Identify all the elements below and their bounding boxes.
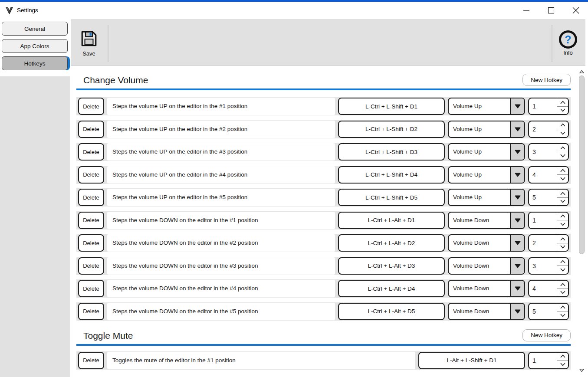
spinner-down-button[interactable] <box>557 152 568 160</box>
delete-button[interactable]: Delete <box>78 166 104 184</box>
sidebar-item-hotkeys[interactable]: Hotkeys <box>2 56 68 70</box>
description-field[interactable]: Steps the volume UP on the editor in the… <box>107 143 335 161</box>
sidebar-item-app-colors[interactable]: App Colors <box>2 39 68 53</box>
hotkey-button[interactable]: L-Ctrl + L-Shift + D3 <box>338 143 445 161</box>
scroll-up-button[interactable] <box>579 69 585 75</box>
hotkey-button[interactable]: L-Ctrl + L-Shift + D5 <box>338 189 445 206</box>
spinner-up-button[interactable] <box>557 281 568 288</box>
spinner-down-button[interactable] <box>557 129 568 137</box>
action-dropdown-value: Volume Up <box>449 167 510 183</box>
hotkey-button[interactable]: L-Ctrl + L-Alt + D4 <box>338 280 445 297</box>
dropdown-arrow-icon[interactable] <box>510 235 524 251</box>
spinner-down-button[interactable] <box>557 106 568 115</box>
spinner-down-button[interactable] <box>557 197 568 206</box>
hotkey-button[interactable]: L-Ctrl + L-Alt + D3 <box>338 257 445 275</box>
hotkey-button[interactable]: L-Ctrl + L-Shift + D1 <box>338 98 445 115</box>
spinner-up-button[interactable] <box>557 213 568 220</box>
action-dropdown[interactable]: Volume Up <box>448 98 525 115</box>
info-button[interactable]: ? Info <box>552 19 584 66</box>
dropdown-arrow-icon[interactable] <box>510 258 524 274</box>
delete-button[interactable]: Delete <box>78 143 104 161</box>
dropdown-arrow-icon[interactable] <box>510 190 524 205</box>
spinner-up-button[interactable] <box>557 235 568 243</box>
action-dropdown[interactable]: Volume Down <box>448 212 525 229</box>
new-hotkey-button[interactable]: New Hotkey <box>522 74 571 86</box>
description-field[interactable]: Steps the volume UP on the editor in the… <box>107 121 335 138</box>
action-dropdown[interactable]: Volume Up <box>448 189 525 206</box>
description-field[interactable]: Steps the volume DOWN on the editor in t… <box>107 303 335 320</box>
hotkey-button[interactable]: L-Ctrl + L-Alt + D2 <box>338 234 445 252</box>
dropdown-arrow-icon[interactable] <box>510 144 524 160</box>
chevron-up-icon <box>559 168 566 173</box>
dropdown-arrow-icon[interactable] <box>510 213 524 228</box>
description-field[interactable]: Steps the volume DOWN on the editor in t… <box>107 234 335 252</box>
spinner-up-button[interactable] <box>557 144 568 152</box>
position-value: 1 <box>529 98 557 114</box>
action-dropdown[interactable]: Volume Down <box>448 257 525 275</box>
description-field[interactable]: Steps the volume UP on the editor in the… <box>107 166 335 184</box>
position-value: 3 <box>529 258 557 274</box>
spinner-down-button[interactable] <box>557 288 568 297</box>
action-dropdown[interactable]: Volume Down <box>448 234 525 252</box>
spinner-down-button[interactable] <box>557 220 568 228</box>
action-dropdown[interactable]: Volume Up <box>448 166 525 184</box>
hotkey-row: Delete Toggles the mute of the editor in… <box>76 351 571 370</box>
scrollbar-thumb[interactable] <box>579 75 585 254</box>
action-dropdown[interactable]: Volume Up <box>448 121 525 138</box>
spinner-down-button[interactable] <box>557 311 568 319</box>
action-dropdown[interactable]: Volume Down <box>448 303 525 320</box>
action-dropdown[interactable]: Volume Down <box>448 280 525 297</box>
action-dropdown[interactable]: Volume Up <box>448 143 525 161</box>
save-button[interactable]: Save <box>76 19 102 66</box>
hotkey-button[interactable]: L-Alt + L-Shift + D1 <box>418 352 525 369</box>
section-divider <box>76 344 571 346</box>
delete-button[interactable]: Delete <box>78 212 104 229</box>
delete-button[interactable]: Delete <box>78 303 104 320</box>
delete-button[interactable]: Delete <box>78 189 104 206</box>
spinner-down-button[interactable] <box>557 266 568 274</box>
dropdown-arrow-icon[interactable] <box>510 98 524 114</box>
dropdown-arrow-icon[interactable] <box>510 167 524 183</box>
spinner-down-button[interactable] <box>557 243 568 251</box>
delete-button[interactable]: Delete <box>78 280 104 297</box>
hotkey-button[interactable]: L-Ctrl + L-Shift + D2 <box>338 121 445 138</box>
scroll-down-button[interactable] <box>579 367 585 374</box>
delete-button[interactable]: Delete <box>78 98 104 115</box>
maximize-button[interactable] <box>539 2 563 19</box>
hotkey-button[interactable]: L-Ctrl + L-Alt + D1 <box>338 212 445 229</box>
hotkey-rows: Delete Toggles the mute of the editor in… <box>76 351 571 370</box>
spinner-down-button[interactable] <box>557 360 568 368</box>
sidebar-item-general[interactable]: General <box>2 22 68 36</box>
chevron-down-icon <box>559 222 566 226</box>
dropdown-arrow-icon[interactable] <box>510 121 524 137</box>
hotkey-row: Delete Steps the volume DOWN on the edit… <box>76 302 571 321</box>
delete-button[interactable]: Delete <box>78 257 104 275</box>
scrollbar-track[interactable] <box>578 75 585 367</box>
description-field[interactable]: Steps the volume UP on the editor in the… <box>107 189 335 206</box>
new-hotkey-button[interactable]: New Hotkey <box>522 329 571 341</box>
description-field[interactable]: Steps the volume UP on the editor in the… <box>107 98 335 115</box>
spinner-up-button[interactable] <box>557 190 568 197</box>
description-field[interactable]: Steps the volume DOWN on the editor in t… <box>107 257 335 275</box>
hotkey-button[interactable]: L-Ctrl + L-Shift + D4 <box>338 166 445 184</box>
vertical-scrollbar[interactable] <box>578 69 585 374</box>
minimize-button[interactable] <box>514 2 539 19</box>
description-field[interactable]: Steps the volume DOWN on the editor in t… <box>107 212 335 229</box>
close-button[interactable] <box>563 2 588 19</box>
spinner-up-button[interactable] <box>557 98 568 106</box>
spinner-up-button[interactable] <box>557 304 568 311</box>
description-field[interactable]: Steps the volume DOWN on the editor in t… <box>107 280 335 297</box>
spinner-down-button[interactable] <box>557 174 568 183</box>
position-value: 1 <box>529 213 557 228</box>
dropdown-arrow-icon[interactable] <box>510 281 524 296</box>
description-field[interactable]: Toggles the mute of the editor in the #1… <box>107 352 415 369</box>
spinner-up-button[interactable] <box>557 353 568 361</box>
spinner-up-button[interactable] <box>557 167 568 175</box>
spinner-up-button[interactable] <box>557 258 568 266</box>
delete-button[interactable]: Delete <box>78 352 104 369</box>
spinner-up-button[interactable] <box>557 121 568 129</box>
delete-button[interactable]: Delete <box>78 234 104 252</box>
delete-button[interactable]: Delete <box>78 121 104 138</box>
hotkey-button[interactable]: L-Ctrl + L-Alt + D5 <box>338 303 445 320</box>
dropdown-arrow-icon[interactable] <box>510 304 524 319</box>
